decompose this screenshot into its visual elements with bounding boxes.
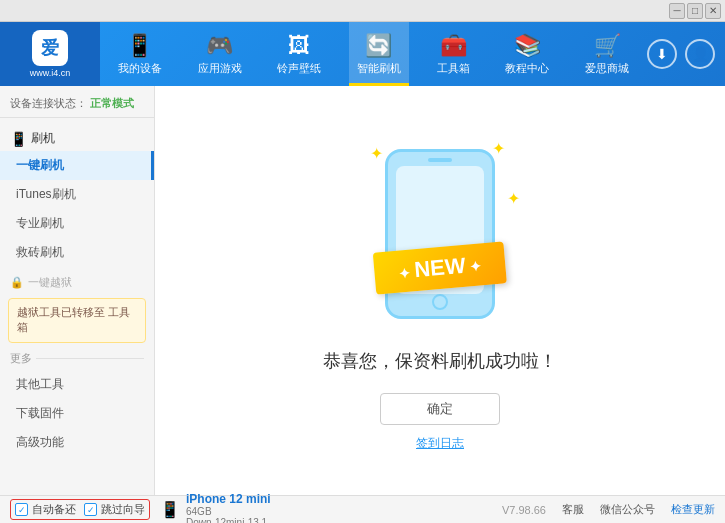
one-click-jailbreak-disabled: 🔒 一键越狱: [0, 271, 154, 294]
phone-illustration: [385, 149, 495, 319]
connection-status: 设备连接状态： 正常模式: [0, 90, 154, 118]
one-click-flash-label: 一键刷机: [16, 157, 64, 174]
jailbreak-label: 一键越狱: [28, 275, 72, 290]
device-storage: 64GB: [186, 506, 271, 517]
nav-my-device[interactable]: 📱 我的设备: [110, 22, 170, 86]
itunes-flash-label: iTunes刷机: [16, 186, 76, 203]
nav-toolbox[interactable]: 🧰 工具箱: [429, 22, 478, 86]
tutorial-icon: 📚: [514, 33, 541, 59]
minimize-btn[interactable]: ─: [669, 3, 685, 19]
logo[interactable]: 爱 www.i4.cn: [0, 22, 100, 86]
nav-my-device-label: 我的设备: [118, 61, 162, 76]
skip-wizard-checkbox[interactable]: ✓ 跳过向导: [84, 502, 145, 517]
device-details: iPhone 12 mini 64GB Down-12mini-13,1: [186, 492, 271, 524]
jailbreak-notice-text: 越狱工具已转移至 工具箱: [17, 306, 130, 333]
close-btn[interactable]: ✕: [705, 3, 721, 19]
nav-smart-flash-label: 智能刷机: [357, 61, 401, 76]
device-info: 📱 iPhone 12 mini 64GB Down-12mini-13,1: [160, 492, 271, 524]
logo-url: www.i4.cn: [30, 68, 71, 78]
other-tools-label: 其他工具: [16, 376, 64, 393]
skip-wizard-label: 跳过向导: [101, 502, 145, 517]
more-section-header: 更多: [0, 347, 154, 370]
title-bar: ─ □ ✕: [0, 0, 725, 22]
download-firmware-label: 下载固件: [16, 405, 64, 422]
success-message: 恭喜您，保资料刷机成功啦！: [323, 349, 557, 373]
sidebar-save-flash[interactable]: 救砖刷机: [0, 238, 154, 267]
lock-icon: 🔒: [10, 276, 24, 289]
bottom-bar: ✓ 自动备还 ✓ 跳过向导 📱 iPhone 12 mini 64GB Down…: [0, 495, 725, 523]
device-firmware: Down-12mini-13,1: [186, 517, 271, 524]
nav-smart-flash[interactable]: 🔄 智能刷机: [349, 22, 409, 86]
toolbox-icon: 🧰: [440, 33, 467, 59]
check-update-btn[interactable]: 检查更新: [671, 502, 715, 517]
header-actions: ⬇ 👤: [647, 39, 725, 69]
sidebar-itunes-flash[interactable]: iTunes刷机: [0, 180, 154, 209]
daily-check-link[interactable]: 签到日志: [416, 435, 464, 452]
nav-toolbox-label: 工具箱: [437, 61, 470, 76]
smart-flash-icon: 🔄: [365, 33, 392, 59]
device-name: iPhone 12 mini: [186, 492, 271, 506]
checkboxes-group: ✓ 自动备还 ✓ 跳过向导: [10, 499, 150, 520]
bottom-left: ✓ 自动备还 ✓ 跳过向导 📱 iPhone 12 mini 64GB Down…: [10, 492, 271, 524]
save-flash-label: 救砖刷机: [16, 244, 64, 261]
store-icon: 🛒: [594, 33, 621, 59]
star-3: ✦: [507, 189, 520, 208]
sidebar-download-firmware[interactable]: 下载固件: [0, 399, 154, 428]
maximize-btn[interactable]: □: [687, 3, 703, 19]
sidebar-one-click-flash[interactable]: 一键刷机: [0, 151, 154, 180]
phone-speaker: [428, 158, 452, 162]
main-area: 设备连接状态： 正常模式 📱 刷机 一键刷机 iTunes刷机 专业刷机 救砖刷…: [0, 86, 725, 495]
more-divider: [36, 358, 144, 359]
ringtones-icon: 🖼: [288, 33, 310, 59]
sidebar-advanced[interactable]: 高级功能: [0, 428, 154, 457]
nav-ringtones[interactable]: 🖼 铃声壁纸: [269, 22, 329, 86]
flash-section: 📱 刷机 一键刷机 iTunes刷机 专业刷机 救砖刷机: [0, 122, 154, 271]
nav-store[interactable]: 🛒 爱思商城: [577, 22, 637, 86]
star-1: ✦: [370, 144, 383, 163]
content-area: ✦ ✦ ✦ NEW 恭喜您，保资料刷机成功啦！ 确定 签到日志: [155, 86, 725, 495]
pro-flash-label: 专业刷机: [16, 215, 64, 232]
phone-home-button: [432, 294, 448, 310]
user-btn[interactable]: 👤: [685, 39, 715, 69]
auto-backup-checkbox[interactable]: ✓ 自动备还: [15, 502, 76, 517]
confirm-button[interactable]: 确定: [380, 393, 500, 425]
auto-backup-check-icon: ✓: [15, 503, 28, 516]
download-btn[interactable]: ⬇: [647, 39, 677, 69]
nav-tutorial-label: 教程中心: [505, 61, 549, 76]
wechat-official-link[interactable]: 微信公众号: [600, 502, 655, 517]
nav-apps-games-label: 应用游戏: [198, 61, 242, 76]
auto-backup-label: 自动备还: [32, 502, 76, 517]
version-text: V7.98.66: [502, 504, 546, 516]
apps-games-icon: 🎮: [206, 33, 233, 59]
flash-section-label: 刷机: [31, 130, 55, 147]
advanced-label: 高级功能: [16, 434, 64, 451]
skip-wizard-check-icon: ✓: [84, 503, 97, 516]
bottom-right: V7.98.66 客服 微信公众号 检查更新: [502, 502, 715, 517]
status-label: 设备连接状态：: [10, 97, 87, 109]
bottom-status: ✓ 自动备还 ✓ 跳过向导: [10, 499, 150, 520]
nav-apps-games[interactable]: 🎮 应用游戏: [190, 22, 250, 86]
flash-section-header: 📱 刷机: [0, 126, 154, 151]
sidebar-pro-flash[interactable]: 专业刷机: [0, 209, 154, 238]
device-phone-icon: 📱: [160, 500, 180, 519]
success-illustration: ✦ ✦ ✦ NEW: [340, 129, 540, 329]
star-2: ✦: [492, 139, 505, 158]
nav-store-label: 爱思商城: [585, 61, 629, 76]
header: 爱 www.i4.cn 📱 我的设备 🎮 应用游戏 🖼 铃声壁纸 🔄 智能刷机 …: [0, 22, 725, 86]
sidebar: 设备连接状态： 正常模式 📱 刷机 一键刷机 iTunes刷机 专业刷机 救砖刷…: [0, 86, 155, 495]
customer-service-link[interactable]: 客服: [562, 502, 584, 517]
nav-bar: 📱 我的设备 🎮 应用游戏 🖼 铃声壁纸 🔄 智能刷机 🧰 工具箱 📚 教程中心…: [100, 22, 647, 86]
my-device-icon: 📱: [126, 33, 153, 59]
logo-icon: 爱: [32, 30, 68, 66]
status-value: 正常模式: [90, 97, 134, 109]
nav-ringtones-label: 铃声壁纸: [277, 61, 321, 76]
sidebar-other-tools[interactable]: 其他工具: [0, 370, 154, 399]
nav-tutorial[interactable]: 📚 教程中心: [497, 22, 557, 86]
more-label: 更多: [10, 351, 32, 366]
jailbreak-notice: 越狱工具已转移至 工具箱: [8, 298, 146, 343]
flash-section-icon: 📱: [10, 131, 27, 147]
